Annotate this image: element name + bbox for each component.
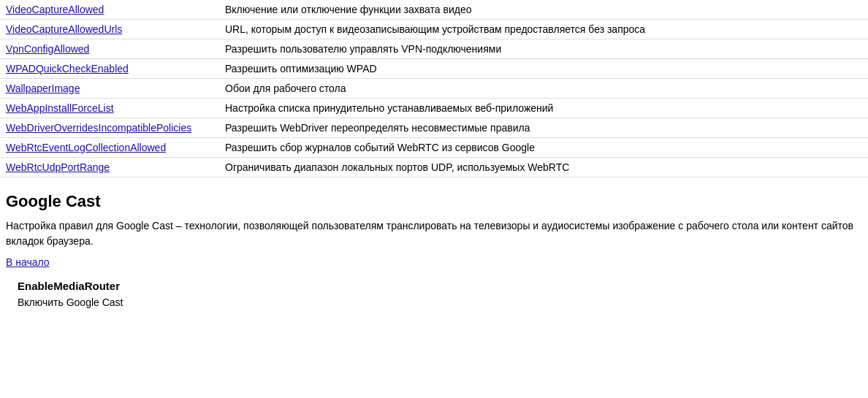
policy-description-cell: Разрешить сбор журналов событий WebRTC и… [219, 138, 868, 158]
section-title: Google Cast [6, 192, 862, 211]
policy-link[interactable]: WebDriverOverridesIncompatiblePolicies [6, 122, 191, 134]
section-description: Настройка правил для Google Cast – техно… [6, 218, 862, 249]
policy-link[interactable]: VideoCaptureAllowed [6, 4, 104, 15]
policy-description-cell: Настройка списка принудительно устанавли… [219, 99, 868, 118]
policy-description-cell: Ограничивать диапазон локальных портов U… [219, 158, 868, 177]
policy-link-cell: WebRtcUdpPortRange [0, 158, 219, 177]
policy-description-cell: URL, которым доступ к видеозаписывающим … [219, 20, 868, 39]
policy-description-cell: Разрешить пользователю управлять VPN-под… [219, 39, 868, 59]
policy-description-cell: Разрешить WebDriver переопределять несов… [219, 118, 868, 138]
policy-link-cell: WebAppInstallForceList [0, 99, 219, 118]
policy-description-cell: Обои для рабочего стола [219, 79, 868, 99]
policy-link[interactable]: WallpaperImage [6, 83, 80, 94]
policy-description-cell: Разрешить оптимизацию WPAD [219, 59, 868, 79]
policy-description: Включить Google Cast [18, 296, 868, 308]
policy-link[interactable]: WPADQuickCheckEnabled [6, 63, 129, 74]
policy-link[interactable]: WebAppInstallForceList [6, 102, 114, 114]
policy-description-cell: Включение или отключение функции захвата… [219, 0, 868, 20]
main-content: VideoCaptureAllowedВключение или отключе… [0, 0, 868, 308]
table-row: VideoCaptureAllowedUrlsURL, которым дост… [0, 20, 868, 39]
policy-link-cell: VpnConfigAllowed [0, 39, 219, 59]
policy-link-cell: WPADQuickCheckEnabled [0, 59, 219, 79]
policies-table: VideoCaptureAllowedВключение или отключе… [0, 0, 868, 177]
table-row: WebDriverOverridesIncompatiblePoliciesРа… [0, 118, 868, 138]
policy-link-cell: VideoCaptureAllowed [0, 0, 219, 20]
table-row: WebRtcEventLogCollectionAllowedРазрешить… [0, 138, 868, 158]
table-row: WallpaperImageОбои для рабочего стола [0, 79, 868, 99]
policy-link[interactable]: WebRtcUdpPortRange [6, 161, 110, 173]
policy-link-cell: WallpaperImage [0, 79, 219, 99]
policy-link[interactable]: VpnConfigAllowed [6, 43, 89, 55]
table-row: WebAppInstallForceListНастройка списка п… [0, 99, 868, 118]
policy-link-cell: VideoCaptureAllowedUrls [0, 20, 219, 39]
back-to-top-link[interactable]: В начало [6, 256, 862, 268]
table-row: WPADQuickCheckEnabledРазрешить оптимизац… [0, 59, 868, 79]
policy-link-cell: WebDriverOverridesIncompatiblePolicies [0, 118, 219, 138]
table-row: WebRtcUdpPortRangeОграничивать диапазон … [0, 158, 868, 177]
table-row: VideoCaptureAllowedВключение или отключе… [0, 0, 868, 20]
policy-link-cell: WebRtcEventLogCollectionAllowed [0, 138, 219, 158]
policy-name: EnableMediaRouter [18, 280, 868, 292]
policy-link[interactable]: WebRtcEventLogCollectionAllowed [6, 142, 166, 153]
policy-link[interactable]: VideoCaptureAllowedUrls [6, 23, 122, 35]
policy-entry: EnableMediaRouter Включить Google Cast [18, 280, 868, 308]
table-row: VpnConfigAllowedРазрешить пользователю у… [0, 39, 868, 59]
